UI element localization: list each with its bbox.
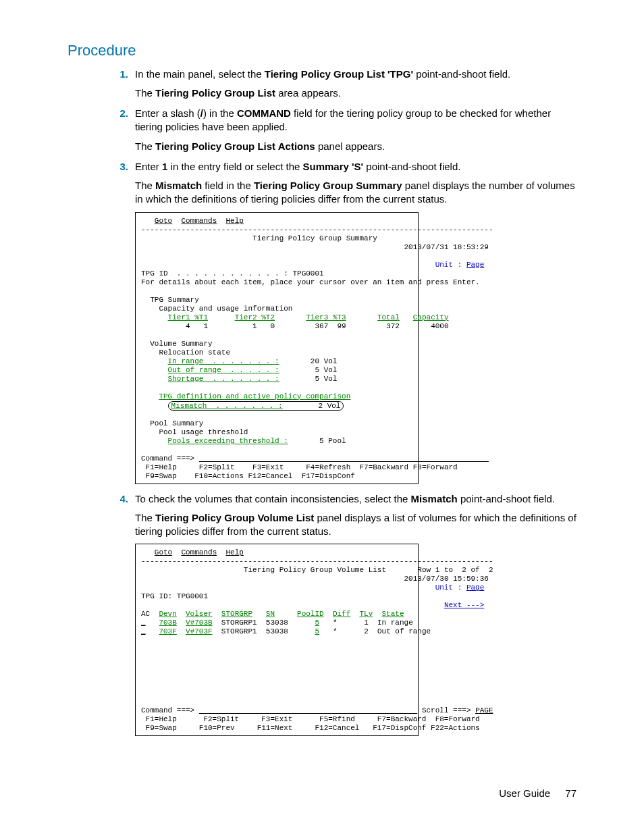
p2-h-sn[interactable]: SN xyxy=(266,610,275,618)
menu-goto[interactable]: Goto xyxy=(155,217,172,225)
p2-h-storgrp[interactable]: STORGRP xyxy=(221,610,252,618)
p2-r2-ac[interactable]: _ xyxy=(141,627,146,635)
volume-list-panel: Goto Commands Help ---------------------… xyxy=(135,544,419,736)
panel1-outrange-label[interactable]: Out of range . . . . . : xyxy=(168,366,279,374)
step-4-number: 4. xyxy=(108,492,128,506)
step-3-bold-c: Mismatch xyxy=(155,180,202,191)
p2-h-devn[interactable]: Devn xyxy=(159,610,176,618)
panel1-hr: ----------------------------------------… xyxy=(141,226,493,234)
footer-title: User Guide xyxy=(499,787,550,799)
p2-r2-devn[interactable]: 703F xyxy=(159,627,176,635)
p2-h-poolid[interactable]: PoolID xyxy=(297,610,324,618)
step-4-text-b: point-and-shoot field. xyxy=(458,493,555,504)
p2-r2-sn: 53038 xyxy=(266,627,288,635)
p2-timestamp: 2013/07/30 15:59:36 xyxy=(404,575,488,583)
hdr-cap[interactable]: Capacity xyxy=(413,313,449,321)
step-4-text-c: The xyxy=(135,512,155,523)
p2-r1-state: In range xyxy=(377,619,413,627)
p2-hr: ----------------------------------------… xyxy=(141,557,493,565)
p2-r1-volser[interactable]: V#703B xyxy=(186,619,213,627)
step-3: 3. Enter 1 in the entry field or select … xyxy=(108,160,576,484)
panel1-shortage-value: 5 Vol xyxy=(315,375,337,383)
step-1-text-c: The xyxy=(135,87,155,99)
step-2-text-a: Enter a slash ( xyxy=(135,107,200,119)
step-3-number: 3. xyxy=(108,160,128,174)
summary-panel: Goto Commands Help ---------------------… xyxy=(135,212,419,484)
panel1-tpg-id: TPG0001 xyxy=(292,269,323,278)
p2-next[interactable]: Next ---> xyxy=(444,601,484,609)
panel1-vol-summary: Volume Summary xyxy=(150,340,212,348)
panel1-inrange-value: 20 Vol xyxy=(311,357,338,365)
p2-tpg-id: TPG0001 xyxy=(177,592,208,600)
p2-command-prompt[interactable]: Command ===> xyxy=(141,706,194,714)
panel1-fk1: F1=Help F2=Split F3=Exit F4=Refresh F7=B… xyxy=(146,463,458,471)
p2-menu-goto[interactable]: Goto xyxy=(155,548,172,556)
p2-r1-devn[interactable]: 703B xyxy=(159,619,176,627)
panel1-cap-line: Capacity and usage information xyxy=(159,305,292,313)
p2-menu-commands[interactable]: Commands xyxy=(181,548,217,556)
p2-fk2: F9=Swap F10=Prev F11=Next F12=Cancel F17… xyxy=(141,724,480,732)
step-2: 2. Enter a slash (/) in the COMMAND fiel… xyxy=(108,107,576,153)
panel1-mismatch-label[interactable]: Mismatch . . . . . . . : xyxy=(171,402,283,410)
footer-page-number: 77 xyxy=(565,787,576,799)
p2-title: Tiering Policy Group Volume List xyxy=(244,566,386,574)
panel1-tpgdef[interactable]: TPG definition and active policy compari… xyxy=(159,392,350,400)
panel1-tpg-summary: TPG Summary xyxy=(150,296,199,304)
step-4-bold-b: Tiering Policy Group Volume List xyxy=(155,512,314,523)
page-footer: User Guide 77 xyxy=(499,787,576,800)
p2-fk1: F1=Help F2=Split F3=Exit F5=Rfind F7=Bac… xyxy=(141,715,480,723)
step-1-bold-b: Tiering Policy Group List xyxy=(155,87,275,99)
panel1-tpg-label: TPG ID . . . . . . . . . . . . : xyxy=(141,269,288,278)
panel1-inrange-label[interactable]: In range . . . . . . . : xyxy=(168,357,279,365)
p2-scroll-value[interactable]: PAGE xyxy=(475,706,493,714)
p2-r1-poolid[interactable]: 5 xyxy=(315,619,319,627)
panel1-pool-exceed-label[interactable]: Pools exceeding threshold : xyxy=(168,437,288,445)
p2-h-tlv[interactable]: TLv xyxy=(360,610,373,618)
step-2-bold-b: COMMAND xyxy=(237,107,291,119)
p2-unit-value[interactable]: Page xyxy=(466,583,484,592)
val-cap: 4000 xyxy=(431,322,448,330)
p2-r2-poolid[interactable]: 5 xyxy=(315,627,319,635)
panel1-unit-value[interactable]: Page xyxy=(466,261,484,269)
step-2-text-e: panel appears. xyxy=(315,140,385,152)
p2-scroll-label: Scroll ===> xyxy=(422,706,471,714)
hdr-t1[interactable]: Tier1 %T1 xyxy=(168,313,208,321)
p2-r1-tlv: 1 xyxy=(364,619,369,627)
step-2-text-b: ) in the xyxy=(203,107,237,119)
menu-help[interactable]: Help xyxy=(225,217,243,225)
step-1-text-a: In the main panel, select the xyxy=(135,68,265,80)
panel1-unit-label: Unit : xyxy=(435,261,462,269)
step-1-bold-a: Tiering Policy Group List 'TPG' xyxy=(265,68,413,80)
panel1-shortage-label[interactable]: Shortage . . . . . . . : xyxy=(168,375,279,383)
step-1-text-d: area appears. xyxy=(275,87,341,99)
panel1-mismatch-value: 2 Vol xyxy=(318,402,340,410)
panel1-title: Tiering Policy Group Summary xyxy=(252,234,377,242)
p2-h-diff[interactable]: Diff xyxy=(333,610,350,618)
step-3-text-e: field in the xyxy=(202,180,254,191)
hdr-t2[interactable]: Tier2 %T2 xyxy=(235,313,275,321)
hdr-total[interactable]: Total xyxy=(377,313,400,321)
procedure-steps: 1. In the main panel, select the Tiering… xyxy=(108,68,576,737)
p2-r1-sn: 53038 xyxy=(266,619,288,627)
hdr-t3[interactable]: Tier3 %T3 xyxy=(306,313,346,321)
p2-r1-storgrp: STORGRP1 xyxy=(221,619,257,627)
panel1-fk2: F9=Swap F10=Actions F12=Cancel F17=DispC… xyxy=(146,472,355,480)
p2-r2-tlv: 2 xyxy=(364,627,369,635)
step-3-text-c: point-and-shoot field. xyxy=(363,161,460,172)
p2-unit-label: Unit : xyxy=(435,583,462,592)
step-3-bold-b: Summary 'S' xyxy=(302,161,363,172)
panel1-command-prompt[interactable]: Command ===> xyxy=(141,454,194,463)
step-3-text-d: The xyxy=(135,180,155,191)
panel1-hint: For details about each item, place your … xyxy=(141,278,480,286)
panel1-timestamp: 2013/07/31 18:53:29 xyxy=(404,243,488,251)
p2-h-state[interactable]: State xyxy=(382,610,404,618)
p2-r2-volser[interactable]: V#703F xyxy=(186,627,213,635)
p2-row-info: Row 1 to 2 of 2 xyxy=(417,566,493,574)
p2-h-volser[interactable]: Volser xyxy=(186,610,213,618)
menu-commands[interactable]: Commands xyxy=(181,217,217,225)
step-4: 4. To check the volumes that contain inc… xyxy=(108,492,576,737)
p2-r1-ac[interactable]: _ xyxy=(141,619,146,627)
val-t2: 1 0 xyxy=(252,322,275,330)
step-2-text-d: The xyxy=(135,140,155,152)
p2-menu-help[interactable]: Help xyxy=(225,548,243,556)
